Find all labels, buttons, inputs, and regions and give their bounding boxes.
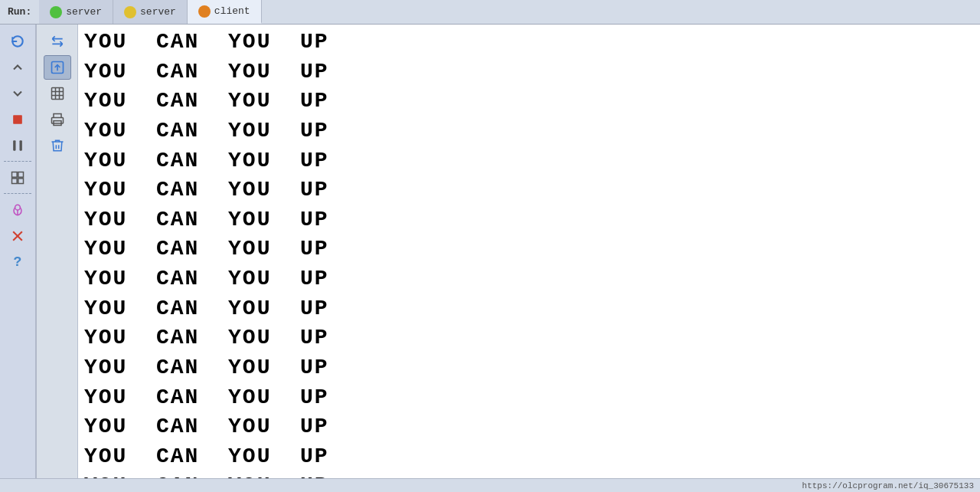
rerun-button[interactable] (4, 29, 31, 54)
down-button[interactable] (4, 81, 31, 106)
svg-rect-2 (20, 140, 22, 150)
console-line: YOU CAN YOU UP (78, 383, 980, 413)
status-url: https://olcprogram.net/iq_30675133 (802, 481, 974, 490)
console-line: YOU CAN YOU UP (78, 412, 980, 442)
console-output: YOU CAN YOU UPYOU CAN YOU UPYOU CAN YOU … (78, 25, 980, 492)
tab-server1-label: server (66, 6, 102, 18)
svg-rect-0 (13, 115, 22, 124)
toolbar-separator-2 (4, 193, 31, 195)
console-line: YOU CAN YOU UP (78, 175, 980, 205)
svg-rect-4 (18, 172, 24, 178)
tab-client[interactable]: client (188, 0, 262, 24)
grid-button[interactable] (44, 81, 71, 106)
svg-rect-1 (13, 140, 15, 150)
redirect-button[interactable] (44, 29, 71, 54)
layout-button[interactable] (4, 166, 31, 190)
server1-icon (50, 6, 62, 18)
svg-rect-3 (12, 172, 18, 178)
run-label: Run: (0, 0, 39, 24)
print-button[interactable] (44, 107, 71, 132)
tab-server1[interactable]: server (39, 0, 113, 24)
tab-server2-label: server (140, 6, 176, 18)
question-mark-icon: ? (14, 254, 22, 270)
left-toolbar: ? (0, 25, 37, 492)
console-line: YOU CAN YOU UP (78, 442, 980, 472)
client-icon (198, 5, 211, 18)
scroll-lock-button[interactable] (44, 55, 71, 80)
console-line: YOU CAN YOU UP (78, 353, 980, 383)
inner-toolbar (37, 25, 78, 492)
stop-button[interactable] (4, 107, 31, 132)
delete-button[interactable] (44, 133, 71, 158)
pause-button[interactable] (4, 133, 31, 158)
console-line: YOU CAN YOU UP (78, 205, 980, 235)
status-bar: https://olcprogram.net/iq_30675133 (0, 478, 980, 492)
console-line: YOU CAN YOU UP (78, 323, 980, 353)
console-line: YOU CAN YOU UP (78, 294, 980, 324)
svg-rect-6 (18, 179, 24, 184)
console-line: YOU CAN YOU UP (78, 57, 980, 87)
close-button[interactable] (4, 224, 31, 248)
console-line: YOU CAN YOU UP (78, 87, 980, 116)
server2-icon (124, 6, 136, 18)
svg-rect-5 (12, 179, 18, 184)
console-line: YOU CAN YOU UP (78, 146, 980, 176)
svg-rect-13 (51, 88, 63, 100)
run-bar: Run: server server client (0, 0, 980, 25)
up-button[interactable] (4, 55, 31, 80)
toolbar-separator-1 (4, 161, 31, 162)
help-button[interactable]: ? (4, 250, 31, 274)
svg-point-7 (15, 205, 21, 210)
console-line: YOU CAN YOU UP (78, 235, 980, 264)
pin-button[interactable] (4, 198, 31, 222)
tab-server2[interactable]: server (113, 0, 188, 24)
console-line: YOU CAN YOU UP (78, 28, 980, 57)
console-line: YOU CAN YOU UP (78, 264, 980, 294)
tab-client-label: client (214, 5, 250, 17)
main-layout: ? (0, 25, 980, 492)
console-line: YOU CAN YOU UP (78, 116, 980, 146)
